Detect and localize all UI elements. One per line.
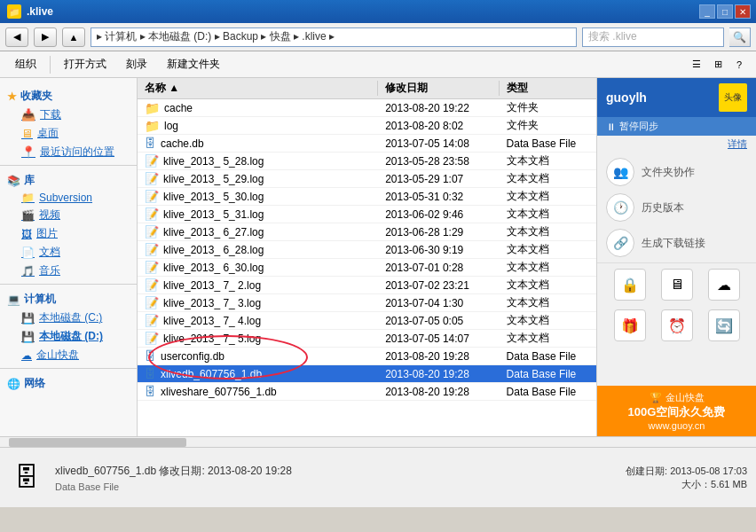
clock-icon-btn[interactable]: ⏰ — [661, 309, 693, 341]
new-folder-button[interactable]: 新建文件夹 — [159, 54, 228, 75]
table-row[interactable]: 📝 klive_2013_ 7_ 2.log 2013-07-02 23:21 … — [138, 277, 596, 294]
ad-top: 🏆 金山快盘 — [606, 391, 747, 404]
file-name-cell: 📝 klive_2013_ 5_29.log — [138, 172, 378, 185]
scroll-thumb[interactable] — [9, 438, 186, 447]
col-type[interactable]: 类型 — [500, 81, 596, 96]
up-button[interactable]: ▲ — [62, 27, 85, 47]
lock-icon-btn[interactable]: 🔒 — [614, 269, 646, 301]
search-button[interactable]: 🔍 — [729, 27, 751, 47]
sidebar: ★ 收藏夹 📥 下载 🖥 桌面 📍 最近访问的位置 📚 库 � — [0, 78, 138, 436]
desktop-icon: 🖥 — [21, 127, 33, 140]
file-type-cell: Data Base File — [500, 350, 596, 363]
status-details: xlivedb_607756_1.db 修改日期: 2013-08-20 19:… — [55, 464, 615, 492]
col-date[interactable]: 修改日期 — [378, 81, 499, 96]
burn-button[interactable]: 刻录 — [118, 54, 155, 75]
table-row[interactable]: 📝 klive_2013_ 7_ 3.log 2013-07-04 1:30 文… — [138, 294, 596, 312]
address-box[interactable]: ▸ 计算机 ▸ 本地磁盘 (D:) ▸ Backup ▸ 快盘 ▸ .klive… — [91, 27, 577, 47]
view-list-button[interactable]: ☰ — [687, 55, 706, 74]
col-name[interactable]: 名称 ▲ — [138, 81, 378, 96]
table-row[interactable]: 📝 klive_2013_ 7_ 4.log 2013-07-05 0:05 文… — [138, 312, 596, 330]
file-date-cell: 2013-05-31 0:32 — [378, 191, 499, 203]
file-type-cell: Data Base File — [500, 137, 596, 150]
search-placeholder: 搜索 .klive — [588, 29, 637, 44]
search-box[interactable]: 搜索 .klive — [582, 27, 724, 47]
back-button[interactable]: ◀ — [5, 27, 28, 47]
scroll-area — [0, 436, 756, 447]
sidebar-item-download[interactable]: 📥 下载 — [0, 106, 137, 124]
sync-icon: ⏸ — [606, 121, 616, 132]
file-icon: 📝 — [145, 154, 159, 168]
refresh-icon-btn[interactable]: 🔄 — [708, 309, 740, 341]
table-row[interactable]: 📝 klive_2013_ 6_30.log 2013-07-01 0:28 文… — [138, 259, 596, 277]
library-header: 📚 库 — [0, 169, 137, 190]
folder-icon: 📥 — [21, 108, 35, 121]
sidebar-item-kdisk[interactable]: ☁ 金山快盘 — [0, 346, 137, 364]
sidebar-item-pictures[interactable]: 🖼 图片 — [0, 224, 137, 243]
computer-icon-btn[interactable]: 🖥 — [661, 269, 693, 301]
table-row[interactable]: 📝 klive_2013_ 5_30.log 2013-05-31 0:32 文… — [138, 188, 596, 206]
table-row[interactable]: 📝 klive_2013_ 6_28.log 2013-06-30 9:19 文… — [138, 241, 596, 259]
file-date-cell: 2013-06-28 1:29 — [378, 226, 499, 239]
sidebar-label-download: 下载 — [40, 107, 61, 122]
table-row[interactable]: 📝 klive_2013_ 5_29.log 2013-05-29 1:07 文… — [138, 170, 596, 188]
sidebar-item-desktop[interactable]: 🖥 桌面 — [0, 124, 137, 143]
organize-button[interactable]: 组织 — [7, 54, 44, 75]
sync-bar[interactable]: ⏸ 暂停同步 — [597, 117, 756, 136]
file-name: klive_2013_ 6_27.log — [163, 226, 264, 239]
sidebar-item-documents[interactable]: 📄 文档 — [0, 243, 137, 262]
file-name: cache.db — [161, 137, 204, 150]
sidebar-label-documents: 文档 — [39, 245, 60, 260]
sidebar-item-c-drive[interactable]: 💾 本地磁盘 (C:) — [0, 309, 137, 327]
close-button[interactable]: ✕ — [735, 4, 751, 19]
library-label: 库 — [24, 173, 35, 188]
table-row[interactable]: 📝 klive_2013_ 5_31.log 2013-06-02 9:46 文… — [138, 206, 596, 223]
sidebar-item-d-drive[interactable]: 💾 本地磁盘 (D:) — [0, 327, 137, 346]
table-row[interactable]: 🗄 userconfig.db 2013-08-20 19:28 Data Ba… — [138, 348, 596, 365]
sidebar-item-subversion[interactable]: 📁 Subversion — [0, 190, 137, 206]
maximize-button[interactable]: □ — [717, 4, 733, 19]
table-row[interactable]: 🗄 xliveshare_607756_1.db 2013-08-20 19:2… — [138, 383, 596, 401]
sidebar-label-desktop: 桌面 — [37, 126, 59, 141]
db-icon: 🗄 — [145, 367, 156, 380]
detail-link[interactable]: 详情 — [597, 136, 756, 153]
table-row[interactable]: 📝 klive_2013_ 7_ 5.log 2013-07-05 14:07 … — [138, 330, 596, 348]
status-bar: 🗄 xlivedb_607756_1.db 修改日期: 2013-08-20 1… — [0, 447, 756, 507]
file-name: cache — [164, 102, 193, 114]
file-name: log — [164, 120, 178, 132]
table-row[interactable]: 📁 cache 2013-08-20 19:22 文件夹 — [138, 99, 596, 117]
divider-3 — [0, 368, 137, 369]
file-name-cell: 📝 klive_2013_ 6_28.log — [138, 243, 378, 256]
file-icon: 📝 — [145, 207, 159, 221]
minimize-button[interactable]: _ — [699, 4, 715, 19]
table-row[interactable]: 📝 klive_2013_ 5_28.log 2013-05-28 23:58 … — [138, 153, 596, 170]
status-right: 创建日期: 2013-05-08 17:03 大小：5.61 MB — [626, 465, 747, 491]
file-name-cell: 📝 klive_2013_ 5_31.log — [138, 207, 378, 221]
table-row[interactable]: 📝 klive_2013_ 6_27.log 2013-06-28 1:29 文… — [138, 223, 596, 241]
open-method-button[interactable]: 打开方式 — [56, 54, 114, 75]
help-button[interactable]: ? — [729, 55, 749, 74]
file-type-cell: 文本文档 — [500, 331, 596, 346]
action-download-link[interactable]: 🔗 生成下载链接 — [606, 229, 747, 257]
file-name: xlivedb_607756_1.db — [161, 368, 262, 380]
title-controls: _ □ ✕ — [699, 4, 751, 19]
action-folder-collab[interactable]: 👥 文件夹协作 — [606, 158, 747, 186]
sidebar-item-video[interactable]: 🎬 视频 — [0, 206, 137, 224]
favorites-header: ★ 收藏夹 — [0, 85, 137, 106]
sidebar-item-recent[interactable]: 📍 最近访问的位置 — [0, 143, 137, 161]
file-rows: 📁 cache 2013-08-20 19:22 文件夹 📁 log 2013-… — [138, 99, 596, 401]
table-row[interactable]: 📁 log 2013-08-20 8:02 文件夹 — [138, 117, 596, 135]
cloud-icon-btn[interactable]: ☁ — [708, 269, 740, 301]
toolbar-view: ☰ ⊞ ? — [687, 55, 749, 74]
star-icon: ★ — [7, 90, 17, 103]
view-grid-button[interactable]: ⊞ — [708, 55, 728, 74]
sidebar-item-music[interactable]: 🎵 音乐 — [0, 262, 137, 280]
forward-button[interactable]: ▶ — [34, 27, 57, 47]
file-name-cell: 📝 klive_2013_ 7_ 3.log — [138, 296, 378, 309]
table-row[interactable]: 🗄 xlivedb_607756_1.db 2013-08-20 19:28 D… — [138, 365, 596, 383]
action-history[interactable]: 🕐 历史版本 — [606, 193, 747, 222]
folder-icon: 📁 — [145, 119, 160, 133]
file-date-cell: 2013-08-20 19:28 — [378, 350, 499, 363]
file-type-cell: 文本文档 — [500, 313, 596, 328]
table-row[interactable]: 🗄 cache.db 2013-07-05 14:08 Data Base Fi… — [138, 135, 596, 153]
gift-icon-btn[interactable]: 🎁 — [614, 309, 646, 341]
